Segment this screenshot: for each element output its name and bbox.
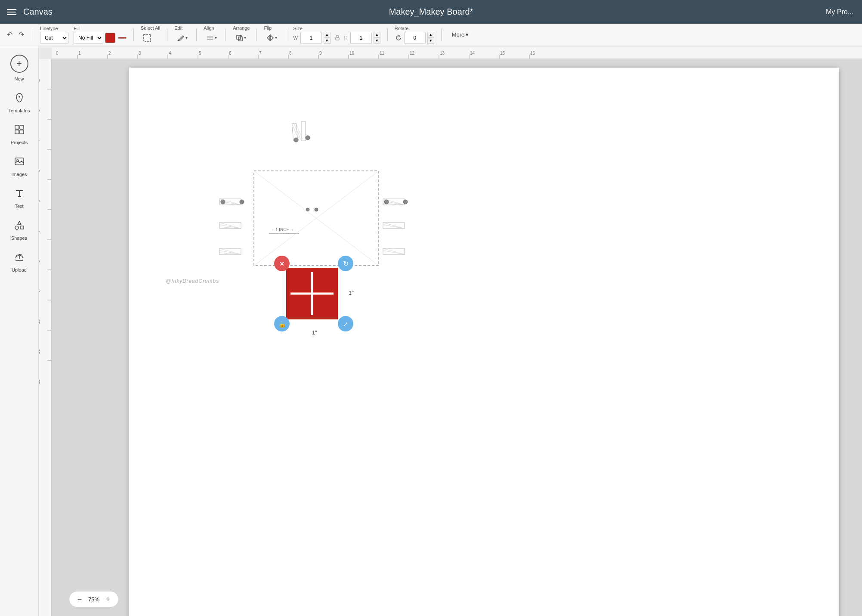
svg-text:12: 12	[39, 379, 40, 384]
rotate-input[interactable]	[404, 32, 426, 44]
projects-icon	[13, 124, 25, 138]
linetype-select[interactable]: Cut Score Draw	[40, 32, 68, 44]
zoom-in-button[interactable]: +	[103, 594, 113, 604]
sep1	[33, 28, 33, 41]
flip-group: Flip ▾	[264, 25, 279, 44]
svg-line-103	[383, 223, 405, 229]
svg-text:13: 13	[440, 51, 445, 56]
top-bar: Canvas Makey_Makey Board* My Pro...	[0, 0, 862, 24]
edit-button[interactable]: ▾	[174, 31, 189, 44]
svg-text:5: 5	[199, 51, 201, 56]
my-profile-label[interactable]: My Pro...	[826, 8, 853, 16]
flip-button[interactable]: ▾	[264, 31, 279, 44]
sidebar-item-text[interactable]: Text	[2, 183, 37, 213]
svg-rect-7	[336, 37, 339, 40]
upload-label: Upload	[12, 267, 27, 272]
svg-text:10: 10	[39, 319, 40, 324]
arrange-group: Arrange ▾	[233, 25, 250, 44]
board-design: ←1 INCH→ @InkyBreadCrumbs ✕ ↻	[129, 68, 839, 616]
select-all-button[interactable]	[141, 31, 154, 44]
sidebar-item-shapes[interactable]: Shapes	[2, 215, 37, 245]
svg-text:10: 10	[349, 51, 355, 56]
svg-text:⤢: ⤢	[343, 321, 348, 328]
canvas-workspace[interactable]: ←1 INCH→ @InkyBreadCrumbs ✕ ↻	[52, 59, 862, 616]
svg-rect-12	[15, 130, 19, 134]
svg-text:8: 8	[39, 260, 40, 263]
toolbar: ↶ ↷ Linetype Cut Score Draw Fill No Fill…	[0, 24, 862, 46]
text-icon	[13, 187, 25, 202]
canvas-area[interactable]: 0 1 2 3 4 5 6 7 8 9 10	[39, 46, 862, 616]
chevron-down-icon: ▾	[466, 31, 469, 38]
shapes-icon	[13, 219, 25, 234]
sidebar-item-upload[interactable]: Upload	[2, 247, 37, 277]
size-w-input[interactable]	[300, 32, 322, 44]
hamburger-menu[interactable]	[7, 9, 16, 15]
svg-rect-11	[20, 125, 24, 129]
arrange-button[interactable]: ▾	[233, 31, 248, 44]
line-color-swatch[interactable]	[118, 37, 127, 39]
size-h-input[interactable]	[350, 32, 372, 44]
size-h-up[interactable]: ▲	[374, 32, 380, 38]
redo-button[interactable]: ↷	[17, 29, 26, 40]
undo-redo-group: ↶ ↷	[5, 29, 26, 40]
select-all-group: Select All	[141, 25, 160, 44]
svg-point-80	[294, 138, 298, 142]
svg-line-107	[383, 251, 405, 254]
svg-text:@InkyBreadCrumbs: @InkyBreadCrumbs	[166, 278, 219, 284]
fill-color-swatch[interactable]	[105, 33, 115, 43]
zoom-out-button[interactable]: −	[74, 594, 85, 604]
fill-select[interactable]: No Fill Fill	[74, 32, 103, 44]
svg-text:14: 14	[470, 51, 475, 56]
templates-icon	[13, 92, 25, 106]
svg-point-16	[15, 226, 19, 229]
templates-label: Templates	[8, 108, 30, 113]
svg-text:🔒: 🔒	[278, 321, 286, 328]
svg-rect-0	[144, 34, 151, 41]
size-w-input-group: ▲ ▼	[300, 32, 331, 44]
svg-text:2: 2	[108, 51, 111, 56]
undo-button[interactable]: ↶	[5, 29, 14, 40]
svg-line-106	[383, 248, 405, 254]
svg-text:←1 INCH→: ←1 INCH→	[271, 227, 294, 232]
size-w-up[interactable]: ▲	[324, 32, 331, 38]
sidebar-item-projects[interactable]: Projects	[2, 119, 37, 149]
sep7	[286, 28, 286, 41]
edit-group: Edit ▾	[174, 25, 189, 44]
svg-text:1: 1	[78, 51, 81, 56]
svg-text:8: 8	[289, 51, 292, 56]
svg-point-87	[240, 200, 244, 204]
svg-text:9: 9	[319, 51, 322, 56]
svg-text:0: 0	[56, 51, 59, 56]
linetype-group: Linetype Cut Score Draw	[40, 26, 68, 44]
svg-text:6: 6	[39, 200, 40, 202]
align-button[interactable]: ▾	[204, 31, 219, 44]
svg-text:1": 1"	[312, 329, 317, 336]
size-h-down[interactable]: ▼	[374, 38, 380, 44]
more-button[interactable]: More ▾	[448, 30, 473, 40]
size-w-down[interactable]: ▼	[324, 38, 331, 44]
rotate-up[interactable]: ▲	[427, 32, 434, 38]
new-button[interactable]: +	[10, 55, 28, 73]
svg-text:12: 12	[410, 51, 415, 56]
canvas-paper: ←1 INCH→ @InkyBreadCrumbs ✕ ↻	[129, 68, 839, 616]
svg-text:11: 11	[380, 51, 385, 56]
svg-text:7: 7	[39, 230, 40, 232]
lock-aspect-icon	[333, 34, 342, 42]
fill-group: Fill No Fill Fill	[74, 26, 127, 44]
rotate-down[interactable]: ▼	[427, 38, 434, 44]
left-sidebar: + New Templates	[0, 46, 39, 616]
svg-text:3: 3	[139, 51, 141, 56]
main-area: + New Templates	[0, 46, 862, 616]
images-label: Images	[11, 172, 27, 177]
svg-rect-10	[15, 125, 19, 129]
svg-text:✕: ✕	[279, 260, 284, 267]
sidebar-item-new[interactable]: + New	[2, 50, 37, 86]
svg-rect-13	[20, 130, 24, 134]
upload-icon	[13, 251, 25, 266]
svg-point-101	[403, 200, 408, 204]
sidebar-item-images[interactable]: Images	[2, 151, 37, 181]
sidebar-item-templates[interactable]: Templates	[2, 87, 37, 118]
images-icon	[13, 155, 25, 170]
svg-text:1": 1"	[349, 290, 354, 296]
size-group: Size W ▲ ▼ H ▲ ▼	[293, 26, 380, 44]
